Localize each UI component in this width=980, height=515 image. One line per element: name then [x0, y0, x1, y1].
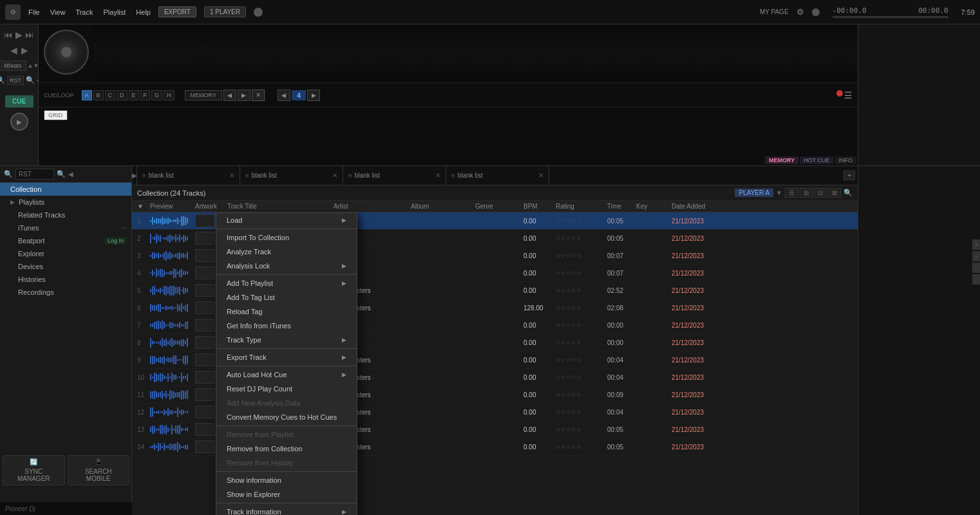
col-genre[interactable]: Genre: [475, 203, 523, 210]
grid-button[interactable]: GRID: [44, 110, 68, 120]
page-next-button[interactable]: ▶: [307, 89, 320, 101]
row-preview[interactable]: [150, 301, 195, 314]
row-preview[interactable]: [150, 267, 195, 279]
info-tag[interactable]: INFO: [835, 156, 857, 164]
player-select-button[interactable]: 1 PLAYER: [204, 6, 246, 17]
row-preview[interactable]: [150, 406, 195, 418]
cue-key-h[interactable]: H: [164, 90, 174, 100]
beatport-badge[interactable]: Log In: [105, 237, 126, 245]
cue-button[interactable]: CUE: [5, 95, 33, 108]
row-rating[interactable]: ☆☆☆☆☆: [556, 287, 607, 294]
side-btn-4[interactable]: ↕: [972, 274, 980, 285]
time-progress-bar[interactable]: [833, 16, 948, 18]
context-menu-item[interactable]: Show information: [216, 473, 357, 487]
col-filter[interactable]: ▼: [137, 203, 150, 210]
context-menu-item[interactable]: Get Info from iTunes: [216, 319, 357, 333]
context-menu-item[interactable]: Track information▶: [216, 505, 357, 515]
row-preview[interactable]: [150, 232, 195, 245]
context-menu-item[interactable]: Analysis Lock▶: [216, 259, 357, 273]
col-rating[interactable]: Rating: [556, 203, 607, 210]
col-time[interactable]: Time: [607, 203, 636, 210]
context-menu-item[interactable]: Reset DJ Play Count: [216, 382, 357, 396]
row-rating[interactable]: ☆☆☆☆☆: [556, 339, 607, 346]
cue-key-a[interactable]: A: [82, 90, 92, 100]
next-cue-button[interactable]: ▶: [238, 89, 250, 101]
context-menu-item[interactable]: Load▶: [216, 213, 357, 227]
row-preview[interactable]: [150, 336, 195, 349]
context-menu-item[interactable]: Reload Tag: [216, 304, 357, 319]
context-menu-item[interactable]: Auto Load Hot Cue▶: [216, 368, 357, 382]
menu-track[interactable]: Track: [75, 8, 93, 16]
clear-cue-button[interactable]: ✕: [252, 89, 265, 101]
sidebar-collapse-icon[interactable]: ◀: [68, 171, 73, 178]
context-menu-item[interactable]: Export Track▶: [216, 350, 357, 364]
row-rating[interactable]: ☆☆☆☆☆: [556, 252, 607, 259]
search2-icon[interactable]: 🔍: [26, 76, 35, 85]
export-button[interactable]: EXPORT: [158, 6, 196, 17]
tab-1[interactable]: ≡ blank list ✕: [137, 166, 240, 185]
back-button[interactable]: ◀: [10, 45, 17, 55]
sidebar-search2-icon[interactable]: 🔍: [57, 170, 66, 178]
row-preview[interactable]: [150, 423, 195, 436]
tab2-close[interactable]: ✕: [332, 172, 337, 179]
menu-help[interactable]: Help: [136, 8, 151, 16]
sidebar-item-playlists[interactable]: ▶ Playlists: [0, 196, 131, 209]
player-a-arrow[interactable]: ▼: [776, 189, 782, 196]
cue-key-d[interactable]: D: [117, 90, 127, 100]
context-menu-item[interactable]: Analyze Track: [216, 245, 357, 259]
sync-manager-button[interactable]: 🔄 SYNC MANAGER: [3, 455, 65, 485]
row-preview[interactable]: [150, 440, 195, 453]
view-grid-button[interactable]: ⊞: [800, 188, 813, 198]
sidebar-search-icon[interactable]: 🔍: [4, 170, 13, 178]
prev-cue-button[interactable]: ◀: [223, 89, 236, 101]
menu-icon[interactable]: ☰: [844, 90, 853, 100]
row-rating[interactable]: ☆☆☆☆☆: [556, 444, 607, 450]
context-menu-item[interactable]: Add To Tag List: [216, 290, 357, 304]
view-list-button[interactable]: ☰: [785, 188, 798, 198]
col-key[interactable]: Key: [636, 203, 672, 210]
play-circle-button[interactable]: ▶: [10, 113, 28, 131]
sidebar-item-recordings[interactable]: Recordings: [0, 286, 131, 299]
context-menu-item[interactable]: Show in Explorer: [216, 487, 357, 501]
search-icon[interactable]: 🔍: [0, 76, 5, 85]
row-preview[interactable]: [150, 319, 195, 332]
menu-playlist[interactable]: Playlist: [103, 8, 126, 16]
sidebar-item-related-tracks[interactable]: Related Tracks: [0, 209, 131, 221]
sidebar-item-explorer[interactable]: Explorer: [0, 247, 131, 260]
page-prev-button[interactable]: ◀: [278, 89, 290, 101]
sidebar-item-histories[interactable]: Histories: [0, 273, 131, 286]
menu-file[interactable]: File: [28, 8, 40, 16]
col-date[interactable]: Date Added: [672, 203, 749, 210]
record-button[interactable]: [254, 8, 263, 17]
cue-key-c[interactable]: C: [105, 90, 116, 100]
row-rating[interactable]: ☆☆☆☆☆: [556, 391, 607, 398]
rst-button[interactable]: RST: [7, 76, 24, 85]
tab1-close[interactable]: ✕: [229, 172, 234, 179]
side-btn-2[interactable]: +: [972, 251, 980, 261]
sidebar-item-beatport[interactable]: Beatport Log In: [0, 234, 131, 247]
tab-2[interactable]: ≡ blank list ✕: [240, 166, 343, 185]
row-rating[interactable]: ☆☆☆☆☆: [556, 426, 607, 433]
row-preview[interactable]: [150, 284, 195, 297]
gear-icon[interactable]: ⚙: [796, 7, 804, 17]
row-rating[interactable]: ☆☆☆☆☆: [556, 409, 607, 415]
row-preview[interactable]: [150, 214, 195, 227]
context-menu-item[interactable]: Convert Memory Cues to Hot Cues: [216, 410, 357, 424]
row-rating[interactable]: ☆☆☆☆☆: [556, 304, 607, 311]
forward-button[interactable]: ▶: [21, 45, 28, 55]
view-compact-button[interactable]: ⊠: [828, 188, 841, 198]
row-rating[interactable]: ☆☆☆☆☆: [556, 322, 607, 328]
row-preview[interactable]: [150, 353, 195, 366]
tab-4[interactable]: ≡ blank list ✕: [446, 166, 549, 185]
tab-expand-icon[interactable]: ▶: [132, 166, 137, 185]
prev-track-button[interactable]: ⏮: [4, 30, 13, 40]
col-title[interactable]: Track Title: [227, 203, 334, 210]
row-preview[interactable]: [150, 388, 195, 401]
sidebar-item-devices[interactable]: Devices: [0, 260, 131, 273]
memory-button[interactable]: MEMORY: [185, 90, 222, 100]
view-large-button[interactable]: ⊟: [814, 188, 827, 198]
sidebar-item-itunes[interactable]: iTunes: [0, 221, 131, 234]
sidebar-search-input[interactable]: [15, 169, 54, 180]
memory-tag[interactable]: MEMORY: [765, 156, 798, 164]
row-rating[interactable]: ☆☆☆☆☆: [556, 235, 607, 241]
